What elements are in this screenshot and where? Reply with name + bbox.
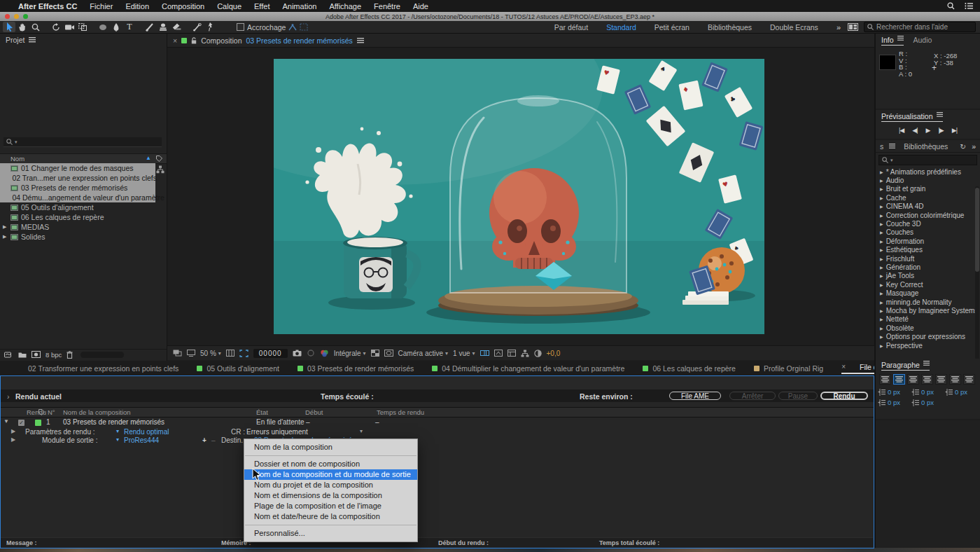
puppet-pin-tool-icon[interactable]	[204, 22, 216, 32]
twirl-icon[interactable]: ▶	[880, 265, 883, 270]
indent-value[interactable]: 0 px	[888, 388, 900, 396]
twirl-icon[interactable]: ▶	[880, 273, 883, 278]
workspace-item[interactable]: Double Ecrans	[770, 23, 818, 32]
panel-menu-icon[interactable]	[357, 38, 364, 43]
twirl-icon[interactable]: ▶	[11, 428, 15, 434]
transparency-grid-icon[interactable]	[371, 350, 379, 357]
render-item-row[interactable]: ▼ ✓ 1 03 Presets de render mémorisés En …	[0, 418, 874, 428]
effects-category[interactable]: ▶ Esthétiques	[876, 246, 980, 254]
twirl-icon[interactable]: ▶	[880, 195, 883, 200]
dropdown-caret-icon[interactable]: ▾	[360, 428, 363, 434]
pan-behind-tool-icon[interactable]	[76, 22, 89, 32]
project-item[interactable]: ▶ 01 Changer le mode des masques	[0, 163, 155, 173]
alignment-button[interactable]	[963, 374, 975, 385]
menu-option[interactable]: Plage de la composition et de l'image	[244, 501, 417, 511]
reset-exposure-icon[interactable]	[534, 350, 542, 357]
remove-output-module-button[interactable]: –	[211, 436, 216, 444]
menu-item[interactable]: Edition	[125, 2, 149, 11]
color-depth-label[interactable]: 8 bpc	[46, 351, 62, 359]
menu-item[interactable]: Composition	[162, 2, 204, 11]
timeline-button-icon[interactable]	[507, 350, 516, 357]
current-time-display[interactable]: 00000	[253, 349, 288, 358]
effects-category[interactable]: ▶ Options pour expressions	[876, 332, 980, 340]
twirl-icon[interactable]: ▶	[880, 343, 883, 348]
composition-viewer-tab[interactable]: × Composition 03 Presets de render mémor…	[167, 34, 874, 48]
twirl-icon[interactable]: ▶	[880, 239, 883, 244]
indent-value[interactable]: 0 px	[921, 399, 934, 406]
region-of-interest-icon[interactable]	[239, 350, 248, 357]
snapshot-camera-icon[interactable]	[293, 350, 302, 357]
effects-category[interactable]: ▶ CINEMA 4D	[876, 202, 980, 211]
tab-audio[interactable]: Audio	[913, 36, 932, 46]
camera-tool-icon[interactable]	[63, 22, 76, 32]
menu-option[interactable]: Nom et dimensions de la composition	[244, 490, 417, 501]
close-tab-icon[interactable]: ×	[841, 363, 846, 371]
panel-menu-icon[interactable]	[897, 36, 904, 41]
twirl-icon[interactable]: ▶	[880, 213, 883, 218]
folder-twirl-icon[interactable]: ▶	[3, 224, 8, 230]
transport-button[interactable]: |◀	[899, 127, 904, 134]
menu-item[interactable]: Aide	[413, 2, 428, 11]
effects-search-input[interactable]: ▾	[878, 155, 977, 165]
thumbnail-slider[interactable]	[80, 352, 124, 358]
selection-tool-icon[interactable]	[3, 22, 15, 32]
zoom-window-button[interactable]	[23, 14, 28, 19]
tab-preview[interactable]: Prévisualisation	[881, 112, 943, 122]
effects-category[interactable]: ▶ Bruit et grain	[876, 185, 980, 193]
project-item[interactable]: ▶ MEDIAS	[0, 222, 167, 232]
tab-paragraph[interactable]: Paragraphe	[881, 361, 930, 371]
tab-libraries[interactable]: Bibliothèques	[904, 142, 948, 151]
tab-effects-partial[interactable]: s	[880, 142, 883, 151]
flowchart-button-icon[interactable]	[521, 350, 529, 357]
project-item[interactable]: ▶ Solides	[0, 232, 167, 242]
project-item[interactable]: ▶ 02 Tran...mer une expression en points…	[0, 173, 155, 183]
effects-category[interactable]: ▶ Couche 3D	[876, 219, 980, 228]
effects-category[interactable]: ▶ Correction colorimétrique	[876, 211, 980, 219]
rotation-tool-icon[interactable]	[50, 22, 62, 32]
alignment-button[interactable]	[907, 374, 919, 385]
project-item[interactable]: ▶ 06 Les calques de repère	[0, 212, 167, 222]
project-search-input[interactable]: ▾	[4, 137, 162, 147]
monitor-icon[interactable]	[187, 350, 195, 357]
effects-category[interactable]: ▶ * Animations prédéfinies	[876, 167, 980, 176]
indent-value[interactable]: 0 px	[921, 388, 934, 396]
alignment-button[interactable]	[949, 374, 961, 385]
menu-option[interactable]: Nom de la composition	[244, 442, 417, 453]
project-item[interactable]: ▶ 05 Outils d'alignement	[0, 202, 167, 212]
dropdown-caret-icon[interactable]: ▾	[116, 428, 119, 434]
effects-category[interactable]: ▶ jAe Tools	[876, 272, 980, 280]
dropdown-caret-icon[interactable]: ▾	[116, 436, 119, 443]
alignment-button[interactable]	[935, 374, 947, 385]
twirl-icon[interactable]: ▶	[880, 308, 883, 313]
timeline-tab[interactable]: × 03 Presets de render mémorisés	[298, 364, 414, 373]
effects-category[interactable]: ▶ Obsolète	[876, 324, 980, 332]
transport-button[interactable]: ◀|	[912, 127, 917, 134]
twirl-icon[interactable]: ▶	[880, 300, 883, 305]
twirl-icon[interactable]: ›	[7, 392, 10, 401]
project-column-header[interactable]: Nom ▲	[0, 153, 167, 164]
hand-tool-icon[interactable]	[16, 22, 29, 32]
lock-icon[interactable]	[191, 37, 197, 44]
pixel-aspect-icon[interactable]	[480, 350, 489, 357]
panel-menu-icon[interactable]	[29, 37, 36, 43]
exposure-value[interactable]: +0,0	[547, 350, 561, 357]
render-item-checkbox[interactable]: ✓	[18, 420, 24, 426]
camera-dropdown[interactable]: Caméra active▾	[398, 350, 448, 357]
add-output-module-button[interactable]: +	[202, 436, 206, 444]
render-settings-value[interactable]: Rendu optimal	[124, 428, 169, 436]
resolution-dropdown[interactable]: Intégrale▾	[334, 350, 366, 357]
queue-in-ame-button[interactable]: File AME	[669, 392, 721, 400]
project-item[interactable]: ▶ 04 Dému...angement de valeur d'un para…	[0, 193, 155, 202]
pen-tool-icon[interactable]	[110, 22, 122, 32]
workspace-item[interactable]: Bibliothèques	[708, 23, 752, 32]
menu-item[interactable]: Fenêtre	[374, 2, 400, 11]
viewer-comp-name[interactable]: 03 Presets de render mémorisés	[246, 36, 353, 45]
mask-visibility-icon[interactable]	[384, 350, 393, 357]
folder-twirl-icon[interactable]: ▶	[3, 234, 8, 240]
twirl-icon[interactable]: ▶	[880, 230, 883, 235]
close-tab-icon[interactable]: ×	[173, 36, 177, 45]
clone-stamp-tool-icon[interactable]	[157, 22, 169, 32]
twirl-icon[interactable]: ▶	[880, 204, 883, 209]
indent-field[interactable]: 0 px	[945, 388, 977, 396]
effects-category[interactable]: ▶ Key Correct	[876, 280, 980, 289]
